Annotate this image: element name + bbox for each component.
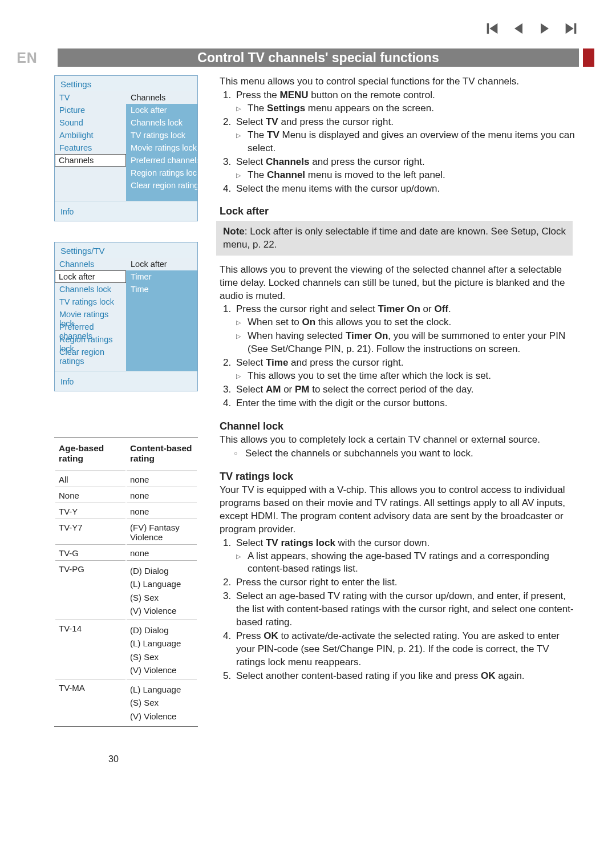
submenu-item[interactable]: Region ratings lock	[126, 167, 197, 179]
rating-age: None	[55, 488, 125, 503]
osd-col-header: Channels	[126, 91, 197, 104]
skip-back-icon[interactable]	[484, 21, 500, 39]
rating-age: TV-G	[55, 546, 125, 561]
menu-item[interactable]: Clear region ratings	[55, 346, 126, 358]
accent-bar	[583, 48, 594, 67]
osd-breadcrumb: Settings/TV	[55, 242, 197, 258]
ratings-table: Age-based rating Content-based rating Al…	[54, 437, 198, 727]
rating-age: TV-Y7	[55, 520, 125, 545]
submenu-item[interactable]: Preferred channels	[126, 154, 197, 167]
submenu-empty	[126, 296, 197, 371]
menu-item[interactable]: Region ratings lock	[55, 333, 126, 346]
forward-icon[interactable]	[537, 21, 553, 39]
submenu-item[interactable]: Time	[126, 283, 197, 296]
nav-icons	[484, 21, 579, 39]
osd-info: Info	[55, 371, 197, 391]
heading-channel-lock: Channel lock	[220, 420, 579, 432]
menu-item[interactable]: TV ratings lock	[55, 296, 126, 308]
menu-item-selected[interactable]: Channels	[55, 154, 126, 167]
body-text: This menu allows you to control special …	[220, 75, 579, 684]
osd-col-header: Lock after	[126, 258, 197, 270]
language-tag: EN	[0, 48, 54, 67]
submenu-item[interactable]: Movie ratings lock	[126, 141, 197, 154]
page-header: EN Control TV channels' special function…	[0, 48, 616, 67]
menu-item[interactable]: Ambilight	[55, 129, 126, 141]
rating-content: (D) Dialog(L) Language(S) Sex(V) Violenc…	[127, 621, 197, 679]
menu-item[interactable]: Picture	[55, 104, 126, 116]
menu-item-selected[interactable]: Lock after	[55, 270, 126, 283]
osd-info: Info	[55, 201, 197, 221]
rating-content: (L) Language(S) Sex(V) Violence	[127, 681, 197, 725]
submenu-empty	[126, 192, 197, 201]
rating-content: none	[127, 546, 197, 561]
heading-tv-ratings-lock: TV ratings lock	[220, 471, 579, 483]
page-title: Control TV channels' special functions	[58, 48, 579, 67]
rating-content: (FV) Fantasy Violence	[127, 520, 197, 545]
menu-item[interactable]: Sound	[55, 116, 126, 129]
rating-age: TV-14	[55, 621, 125, 679]
ratings-col-age: Age-based rating	[55, 439, 125, 471]
osd-col-header: TV	[55, 91, 126, 104]
intro: This menu allows you to control special …	[220, 75, 579, 88]
heading-lock-after: Lock after	[220, 205, 579, 217]
page-number: 30	[108, 754, 119, 764]
osd-settings: Settings TV Picture Sound Ambilight Feat…	[54, 75, 198, 221]
rating-content: (D) Dialog(L) Language(S) Sex(V) Violenc…	[127, 562, 197, 620]
submenu-item[interactable]: Clear region ratings	[126, 179, 197, 192]
note-box: Note: Lock after is only selectable if t…	[216, 221, 573, 255]
menu-item[interactable]: Movie ratings lock	[55, 308, 126, 321]
skip-forward-icon[interactable]	[563, 21, 579, 39]
rating-content: none	[127, 488, 197, 503]
rating-age: TV-PG	[55, 562, 125, 620]
back-icon[interactable]	[510, 21, 526, 39]
osd-breadcrumb: Settings	[55, 76, 197, 91]
rating-content: none	[127, 472, 197, 487]
rating-age: All	[55, 472, 125, 487]
menu-item[interactable]: Preferred channels	[55, 321, 126, 333]
submenu-item[interactable]: Channels lock	[126, 116, 197, 129]
menu-item[interactable]: Channels lock	[55, 283, 126, 296]
menu-item[interactable]: Features	[55, 141, 126, 154]
ratings-col-content: Content-based rating	[127, 439, 197, 471]
rating-content: none	[127, 504, 197, 519]
rating-age: TV-MA	[55, 681, 125, 725]
osd-settings-tv: Settings/TV Channels Lock after Channels…	[54, 242, 198, 391]
submenu-item[interactable]: TV ratings lock	[126, 129, 197, 141]
menu-empty	[55, 167, 126, 201]
submenu-item[interactable]: Lock after	[126, 104, 197, 116]
osd-col-header: Channels	[55, 258, 126, 270]
rating-age: TV-Y	[55, 504, 125, 519]
submenu-item[interactable]: Timer	[126, 270, 197, 283]
